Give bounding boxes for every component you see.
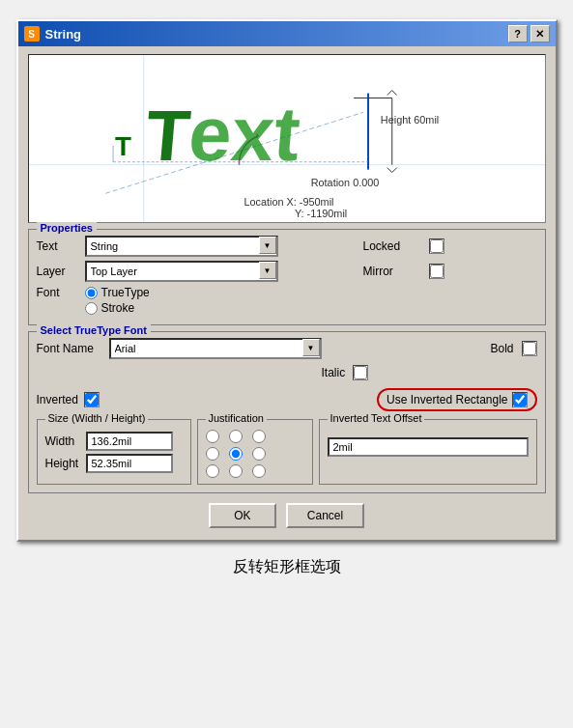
bottom-sections: Size (Width / Height) Width Height bbox=[37, 419, 537, 485]
caption: 反转矩形框选项 bbox=[233, 557, 341, 577]
dialog-title: String bbox=[45, 27, 82, 42]
just-tl[interactable] bbox=[206, 430, 219, 443]
font-name-select-wrapper: Arial ▼ bbox=[109, 338, 322, 359]
inverted-checkbox[interactable] bbox=[85, 393, 99, 406]
string-dialog: S String ? ✕ bbox=[16, 19, 558, 542]
use-inverted-checkbox-wrapper[interactable] bbox=[512, 392, 528, 407]
svg-line-7 bbox=[387, 168, 391, 173]
inverted-row: Inverted Use Inverted Rectangle bbox=[37, 384, 537, 415]
just-tc[interactable] bbox=[229, 430, 243, 443]
just-ml[interactable] bbox=[206, 447, 219, 461]
svg-text:Rotation  0.000: Rotation 0.000 bbox=[310, 177, 379, 188]
close-button[interactable]: ✕ bbox=[530, 25, 550, 42]
inverted-checkbox-wrapper[interactable] bbox=[84, 392, 100, 407]
title-bar: S String ? ✕ bbox=[18, 21, 556, 46]
just-tr[interactable] bbox=[252, 430, 266, 443]
help-button[interactable]: ? bbox=[508, 25, 528, 42]
stroke-label: Stroke bbox=[101, 301, 135, 315]
bold-label: Bold bbox=[490, 342, 513, 355]
bold-checkbox-wrapper[interactable] bbox=[522, 341, 537, 356]
italic-checkbox[interactable] bbox=[354, 366, 367, 379]
mirror-label: Mirror bbox=[363, 265, 421, 278]
layer-select-wrapper: Top Layer ▼ bbox=[85, 261, 278, 282]
svg-line-6 bbox=[391, 91, 396, 96]
dialog-icon: S bbox=[24, 26, 40, 42]
just-mc[interactable] bbox=[229, 447, 243, 461]
font-label: Font bbox=[37, 286, 85, 299]
just-bl[interactable] bbox=[206, 464, 219, 478]
bold-checkbox[interactable] bbox=[523, 342, 536, 355]
title-bar-left: S String bbox=[24, 26, 82, 42]
use-inverted-checkbox[interactable] bbox=[513, 393, 527, 406]
cancel-button[interactable]: Cancel bbox=[286, 503, 364, 528]
height-size-label: Height bbox=[45, 457, 86, 470]
italic-checkbox-wrapper[interactable] bbox=[353, 365, 368, 380]
justification-label: Justification bbox=[206, 412, 267, 424]
font-name-select[interactable]: Arial bbox=[109, 338, 322, 359]
svg-text:T: T bbox=[115, 131, 131, 161]
italic-label: Italic bbox=[322, 366, 346, 379]
locked-label: Locked bbox=[363, 239, 421, 253]
use-inverted-label: Use Inverted Rectangle bbox=[387, 393, 507, 406]
justification-grid bbox=[206, 430, 304, 478]
svg-line-8 bbox=[391, 168, 396, 173]
svg-text:Height  60mil: Height 60mil bbox=[380, 114, 438, 126]
mirror-checkbox-wrapper[interactable] bbox=[429, 264, 444, 279]
stroke-radio[interactable] bbox=[85, 302, 98, 315]
layer-row: Layer Top Layer ▼ Mirror bbox=[37, 261, 537, 282]
locked-row: Locked bbox=[363, 238, 537, 254]
button-row: OK Cancel bbox=[28, 503, 546, 528]
layer-select[interactable]: Top Layer bbox=[85, 261, 278, 282]
stroke-row: Stroke bbox=[37, 301, 537, 315]
offset-section: Inverted Text Offset bbox=[319, 419, 537, 485]
use-inverted-rectangle-wrapper[interactable]: Use Inverted Rectangle bbox=[377, 388, 536, 411]
layer-label: Layer bbox=[37, 265, 85, 278]
size-section: Size (Width / Height) Width Height bbox=[37, 419, 191, 485]
italic-row: Italic bbox=[37, 365, 537, 380]
mirror-checkbox[interactable] bbox=[430, 265, 444, 278]
ok-button[interactable]: OK bbox=[209, 503, 276, 528]
dialog-content: T ext Height 60mil Rotation 0.000 Locati… bbox=[18, 46, 556, 540]
just-mr[interactable] bbox=[252, 447, 266, 461]
bold-row: Bold bbox=[490, 341, 536, 356]
text-label: Text bbox=[37, 239, 85, 253]
width-row: Width bbox=[45, 432, 183, 451]
properties-section: Properties Text String ▼ Locked Laye bbox=[28, 229, 546, 325]
svg-line-5 bbox=[387, 91, 391, 96]
text-select-wrapper: String ▼ bbox=[85, 236, 278, 257]
width-input[interactable] bbox=[86, 432, 173, 451]
offset-input[interactable] bbox=[328, 437, 529, 457]
preview-area: T ext Height 60mil Rotation 0.000 Locati… bbox=[28, 54, 546, 223]
svg-text:Y: -1190mil: Y: -1190mil bbox=[294, 208, 346, 219]
truetype-radio[interactable] bbox=[85, 287, 98, 299]
truetype-label: TrueType bbox=[101, 286, 150, 299]
font-name-label: Font Name bbox=[37, 342, 109, 355]
properties-label: Properties bbox=[37, 222, 97, 234]
justification-section: Justification bbox=[197, 419, 313, 485]
height-size-row: Height bbox=[45, 454, 183, 473]
font-section: Select TrueType Font Font Name Arial ▼ B… bbox=[28, 331, 546, 493]
text-row: Text String ▼ Locked bbox=[37, 236, 537, 257]
offset-section-label: Inverted Text Offset bbox=[328, 412, 425, 424]
just-br[interactable] bbox=[252, 464, 266, 478]
height-input[interactable] bbox=[86, 454, 173, 473]
truetype-row: Font TrueType bbox=[37, 286, 537, 299]
font-section-label: Select TrueType Font bbox=[37, 324, 151, 336]
locked-checkbox[interactable] bbox=[430, 239, 444, 253]
svg-text:ext: ext bbox=[186, 91, 303, 177]
just-bc[interactable] bbox=[229, 464, 243, 478]
svg-text:Location  X: -950mil: Location X: -950mil bbox=[244, 196, 333, 208]
font-name-row: Font Name Arial ▼ Bold bbox=[37, 338, 537, 359]
width-label: Width bbox=[45, 434, 86, 448]
title-buttons: ? ✕ bbox=[508, 25, 550, 42]
size-section-label: Size (Width / Height) bbox=[45, 412, 149, 424]
text-select[interactable]: String bbox=[85, 236, 278, 257]
locked-checkbox-wrapper[interactable] bbox=[429, 238, 444, 254]
mirror-row: Mirror bbox=[363, 264, 537, 279]
inverted-label: Inverted bbox=[37, 393, 78, 406]
